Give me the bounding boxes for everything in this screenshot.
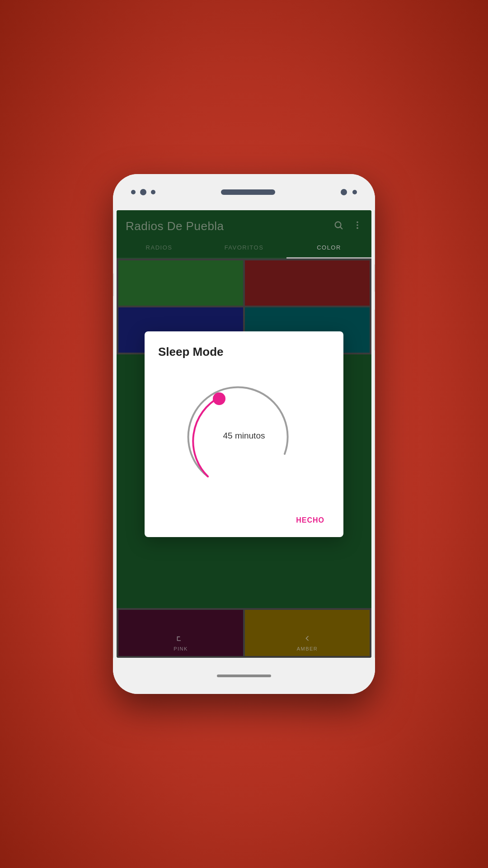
- phone-speaker: [221, 189, 275, 195]
- dot-small-right: [352, 190, 357, 194]
- slider-thumb[interactable]: [213, 392, 225, 405]
- dialog-overlay: Sleep Mode 45: [117, 210, 371, 658]
- dialog-actions: HECHO: [158, 508, 330, 528]
- camera-dots: [131, 189, 155, 195]
- home-indicator: [217, 675, 271, 677]
- phone-screen: Radios De Puebla: [117, 210, 371, 658]
- circular-slider-container[interactable]: 45 minutos: [158, 373, 330, 499]
- phone-top-bar: [113, 174, 375, 210]
- volume-button: [113, 274, 114, 296]
- camera-dot: [140, 189, 146, 195]
- dialog-title: Sleep Mode: [158, 345, 330, 359]
- camera-front: [341, 189, 347, 195]
- sleep-dialog: Sleep Mode 45: [145, 331, 343, 537]
- phone-frame: Radios De Puebla: [113, 174, 375, 694]
- dialog-time-label: 45 minutos: [223, 431, 265, 441]
- volume-right-button: [374, 310, 375, 350]
- power-button: [374, 264, 375, 292]
- phone-bottom-bar: [113, 658, 375, 694]
- dot3: [151, 190, 155, 194]
- camera-right: [341, 189, 357, 195]
- dot1: [131, 190, 136, 194]
- hecho-button[interactable]: HECHO: [291, 513, 330, 528]
